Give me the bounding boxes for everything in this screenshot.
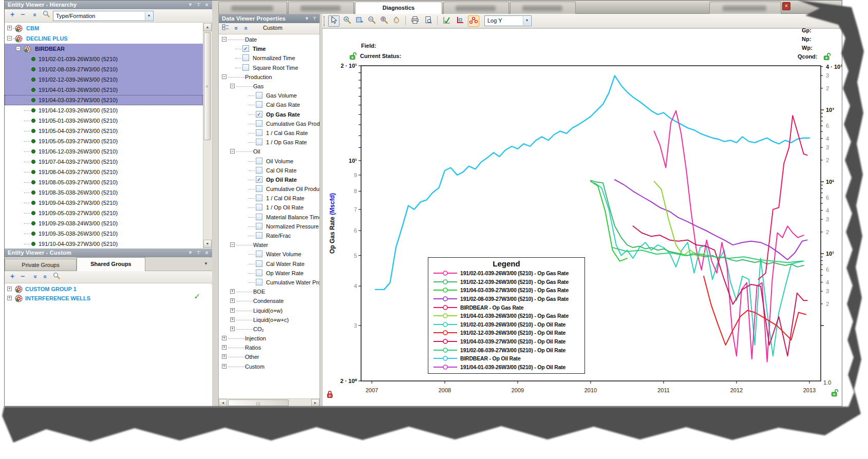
property-group-item[interactable]: +Liquid(o+w) xyxy=(219,305,319,315)
property-item[interactable]: 1 / Cal Gas Rate xyxy=(219,128,319,138)
checkbox[interactable] xyxy=(256,129,262,136)
pin-icon[interactable]: ⊤ xyxy=(195,2,202,8)
layout-icon[interactable] xyxy=(221,24,230,33)
property-item[interactable]: Water Volume xyxy=(219,250,319,259)
checkbox-checked[interactable]: ✓ xyxy=(242,45,249,52)
expand-all-icon[interactable]: « xyxy=(30,272,40,281)
checkbox[interactable] xyxy=(256,251,262,257)
checkbox[interactable] xyxy=(256,279,262,285)
tab-blurred[interactable] xyxy=(510,2,576,14)
checkbox-checked[interactable]: ✓ xyxy=(256,111,262,118)
checkbox[interactable] xyxy=(256,92,262,99)
property-group-item[interactable]: +Other xyxy=(219,352,319,361)
property-group-item[interactable]: +Injection xyxy=(219,334,319,343)
collapse-all-icon[interactable]: « xyxy=(41,272,50,281)
tree-expander-icon[interactable]: + xyxy=(222,364,227,369)
hierarchy-well-item[interactable]: 191/02-01-039-26W3/00 (5210) xyxy=(5,54,203,64)
property-item[interactable]: Normalized Pressure xyxy=(219,222,319,231)
hierarchy-well-item[interactable]: 191/10-04-039-27W3/00 (5210) xyxy=(5,239,203,248)
property-item[interactable]: ✓Op Gas Rate xyxy=(219,110,319,119)
property-item[interactable]: Rate/Frac xyxy=(219,231,319,240)
property-item[interactable]: Oil Volume xyxy=(219,156,319,165)
checkbox[interactable] xyxy=(256,214,262,220)
search-icon[interactable] xyxy=(42,10,51,20)
tree-expander-icon[interactable]: + xyxy=(7,296,12,300)
checkbox[interactable] xyxy=(256,270,262,276)
property-item[interactable]: ✓Time xyxy=(219,44,319,53)
property-group-item[interactable]: −Production xyxy=(219,72,319,82)
tree-expander-icon[interactable]: + xyxy=(230,327,235,331)
scrollbar-thumb[interactable]: ≡ xyxy=(204,32,211,140)
property-group-item[interactable]: −Oil xyxy=(219,147,319,156)
checkbox[interactable] xyxy=(256,204,262,211)
add-button[interactable]: + xyxy=(8,10,17,20)
hierarchy-well-item[interactable]: 191/06-12-039-26W3/00 (5210) xyxy=(5,146,203,157)
checkbox[interactable] xyxy=(256,101,262,108)
checkbox-checked[interactable]: ✓ xyxy=(256,176,262,183)
collapse-all-icon[interactable]: « xyxy=(30,10,40,20)
hierarchy-well-item[interactable]: 191/04-03-039-27W3/00 (5210) xyxy=(5,95,203,105)
tree-expander-icon[interactable]: − xyxy=(222,37,227,42)
close-icon[interactable]: × xyxy=(203,2,210,8)
hierarchy-scrollbar[interactable]: ▲ ≡ ▼ xyxy=(203,23,211,248)
property-group-item[interactable]: −Date xyxy=(219,35,319,44)
property-item[interactable]: Gas Volume xyxy=(219,91,319,100)
property-item[interactable]: Cumulative Oil Production xyxy=(219,184,319,194)
close-icon[interactable]: × xyxy=(203,250,210,256)
property-group-item[interactable]: +Condensate xyxy=(219,296,319,305)
tree-expander-icon[interactable]: − xyxy=(230,149,235,154)
hierarchy-well-item[interactable]: 191/08-35-038-26W3/00 (5210) xyxy=(5,187,203,198)
scroll-right-icon[interactable]: ► xyxy=(311,399,319,407)
property-item[interactable]: Square Root Time xyxy=(219,63,319,72)
chevron-down-icon[interactable]: ▼ xyxy=(304,15,310,22)
checkbox[interactable] xyxy=(256,158,262,164)
property-group-item[interactable]: −Water xyxy=(219,240,319,250)
property-item[interactable]: 1 / Op Gas Rate xyxy=(219,138,319,147)
property-group-item[interactable]: +BOE xyxy=(219,287,319,296)
unlock-icon[interactable] xyxy=(823,52,832,61)
unlock-icon[interactable] xyxy=(831,388,839,397)
remove-button[interactable]: − xyxy=(18,10,27,20)
property-item[interactable]: 1 / Op Oil Rate xyxy=(219,203,319,212)
checkbox[interactable] xyxy=(256,195,262,201)
hierarchy-well-item[interactable]: 191/05-05-039-27W3/00 (5210) xyxy=(5,136,203,146)
custom-group-item[interactable]: +INTERFERENCE WELLS xyxy=(5,294,212,303)
tree-expander-icon[interactable]: + xyxy=(222,354,227,359)
close-icon[interactable]: × xyxy=(782,2,790,10)
hierarchy-well-item[interactable]: 191/08-04-039-27W3/00 (5210) xyxy=(5,167,203,177)
property-group-item[interactable]: +CO₂ xyxy=(219,324,319,334)
checkbox[interactable] xyxy=(256,139,262,145)
chevron-down-icon[interactable]: ▼ xyxy=(204,261,208,266)
tab-blurred[interactable] xyxy=(218,2,287,14)
hierarchy-group-item[interactable]: −DECLINE PLUS xyxy=(5,33,203,44)
custom-group-item[interactable]: +CUSTOM GROUP 1 xyxy=(5,284,212,294)
tab-blurred[interactable] xyxy=(288,2,354,14)
property-item[interactable]: Cal Gas Rate xyxy=(219,100,319,109)
pin-icon[interactable]: ⊤ xyxy=(311,15,318,22)
property-item[interactable]: 1 / Cal Oil Rate xyxy=(219,194,319,203)
hierarchy-well-item[interactable]: 191/04-12-039-26W3/00 (5210) xyxy=(5,105,203,116)
properties-preset-label[interactable]: Custom xyxy=(263,25,282,31)
property-group-item[interactable]: +Liquid(o+w+c) xyxy=(219,315,319,324)
checkbox[interactable] xyxy=(256,120,262,127)
hierarchy-well-item[interactable]: 191/04-01-039-26W3/00 (5210) xyxy=(5,85,203,95)
tree-expander-icon[interactable]: + xyxy=(230,298,235,303)
property-item[interactable]: Cumulative Gas Production xyxy=(219,119,319,128)
tree-expander-icon[interactable]: + xyxy=(7,26,12,30)
tab-diagnostics[interactable]: Diagnostics xyxy=(355,2,442,14)
tree-expander-icon[interactable]: + xyxy=(7,286,12,291)
tree-expander-icon[interactable]: + xyxy=(222,336,227,340)
hierarchy-filter-combobox[interactable]: Type/Formation ▼ xyxy=(53,11,154,21)
property-group-item[interactable]: +Custom xyxy=(219,362,319,371)
chevron-down-icon[interactable]: ▼ xyxy=(187,2,194,8)
scroll-down-icon[interactable]: ▼ xyxy=(203,240,212,248)
property-item[interactable]: Normalized Time xyxy=(219,53,319,63)
search-icon[interactable] xyxy=(52,272,61,281)
unlock-icon[interactable] xyxy=(349,51,357,60)
tree-expander-icon[interactable]: + xyxy=(230,308,235,313)
add-button[interactable]: + xyxy=(8,272,17,281)
checkbox[interactable] xyxy=(256,223,262,230)
collapse-all-icon[interactable]: « xyxy=(241,24,251,33)
tree-expander-icon[interactable]: − xyxy=(230,84,235,88)
toolbar-grip[interactable] xyxy=(324,16,326,26)
